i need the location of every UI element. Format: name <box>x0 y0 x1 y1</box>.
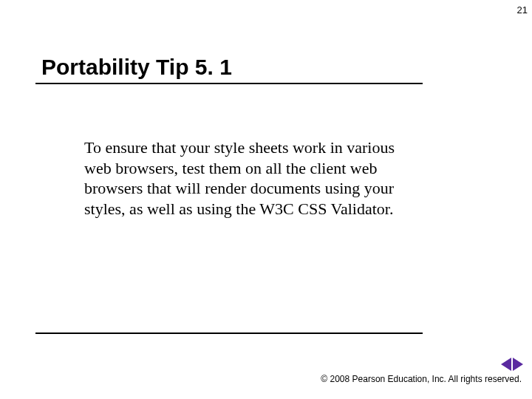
nav-arrows <box>501 358 523 371</box>
copyright-text: © 2008 Pearson Education, Inc. All right… <box>321 374 522 384</box>
body-text: To ensure that your style sheets work in… <box>84 137 424 219</box>
title-underline <box>35 83 423 84</box>
bottom-divider <box>35 332 423 334</box>
slide-title: Portability Tip 5. 1 <box>41 55 232 80</box>
page-number: 21 <box>517 4 528 16</box>
previous-arrow-icon[interactable] <box>501 358 511 371</box>
next-arrow-icon[interactable] <box>513 358 523 371</box>
